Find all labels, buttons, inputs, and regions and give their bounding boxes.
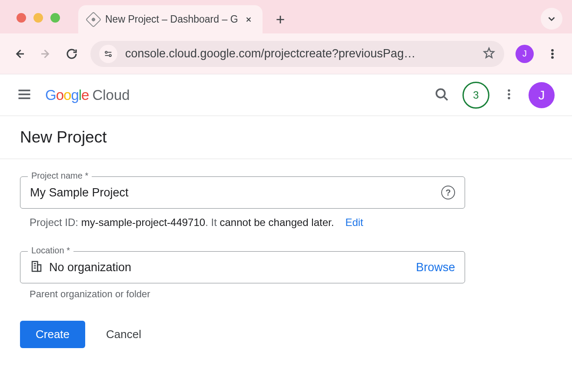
project-name-box: ? (20, 176, 465, 209)
site-settings-icon[interactable] (99, 45, 117, 63)
browser-chrome: New Project – Dashboard – G (0, 0, 572, 33)
svg-point-6 (508, 89, 510, 92)
project-id-row: Project ID: my-sample-project-449710. It… (30, 216, 552, 229)
nav-forward-button[interactable] (38, 47, 53, 61)
tab-favicon-icon (86, 11, 102, 27)
google-cloud-logo[interactable]: Google Cloud (45, 87, 130, 103)
tabs-dropdown-button[interactable] (541, 8, 562, 30)
project-id-edit-link[interactable]: Edit (345, 216, 363, 229)
page-title: New Project (20, 128, 552, 146)
omnibox[interactable]: console.cloud.google.com/projectcreate?p… (90, 41, 504, 67)
cloud-account-avatar[interactable]: J (529, 82, 555, 108)
svg-point-0 (105, 51, 107, 53)
svg-point-4 (552, 56, 554, 58)
svg-point-3 (552, 53, 554, 55)
svg-point-2 (552, 49, 554, 51)
help-icon[interactable]: ? (441, 186, 455, 199)
svg-point-5 (436, 89, 445, 98)
cancel-button[interactable]: Cancel (106, 321, 141, 348)
browser-tab[interactable]: New Project – Dashboard – G (78, 5, 263, 33)
project-id-text: Project ID: my-sample-project-449710. It… (30, 216, 334, 229)
window-controls (17, 13, 60, 23)
location-browse-link[interactable]: Browse (416, 261, 455, 274)
location-input[interactable] (49, 261, 410, 274)
nav-reload-button[interactable] (64, 47, 79, 61)
nav-back-button[interactable] (12, 47, 27, 61)
hamburger-icon[interactable] (17, 86, 32, 104)
tab-close-icon[interactable] (244, 15, 253, 24)
svg-point-1 (109, 54, 111, 56)
page-title-section: New Project (0, 116, 572, 159)
url-text: console.cloud.google.com/projectcreate?p… (125, 47, 475, 60)
location-field-group: Location * Browse Parent organization or… (20, 251, 552, 300)
svg-rect-10 (38, 265, 41, 271)
svg-point-8 (508, 97, 510, 100)
create-button[interactable]: Create (20, 321, 85, 348)
window-maximize-button[interactable] (50, 13, 60, 23)
bookmark-star-icon[interactable] (482, 47, 496, 61)
window-minimize-button[interactable] (33, 13, 43, 23)
project-name-field-group: Project name * ? (20, 176, 552, 209)
cloud-header: Google Cloud 3 J (0, 74, 572, 116)
search-icon[interactable] (434, 86, 449, 104)
location-helper-text: Parent organization or folder (30, 289, 552, 300)
location-box: Browse (20, 251, 465, 283)
notification-badge[interactable]: 3 (462, 82, 489, 109)
address-bar-row: console.cloud.google.com/projectcreate?p… (0, 33, 572, 74)
organization-icon (30, 260, 43, 275)
new-tab-button[interactable] (275, 5, 286, 33)
cloud-logo-text: Cloud (92, 87, 130, 103)
location-label: Location * (28, 246, 73, 256)
browser-menu-button[interactable] (545, 47, 560, 61)
svg-point-7 (508, 93, 510, 96)
form-area: Project name * ? Project ID: my-sample-p… (0, 159, 572, 365)
window-close-button[interactable] (17, 13, 26, 23)
project-name-input[interactable] (30, 186, 435, 199)
project-name-label: Project name * (28, 171, 92, 181)
button-row: Create Cancel (20, 321, 552, 348)
cloud-overflow-menu-icon[interactable] (502, 88, 515, 103)
tab-strip: New Project – Dashboard – G (78, 0, 286, 33)
browser-profile-avatar[interactable]: J (515, 45, 534, 63)
tab-title: New Project – Dashboard – G (105, 13, 238, 25)
